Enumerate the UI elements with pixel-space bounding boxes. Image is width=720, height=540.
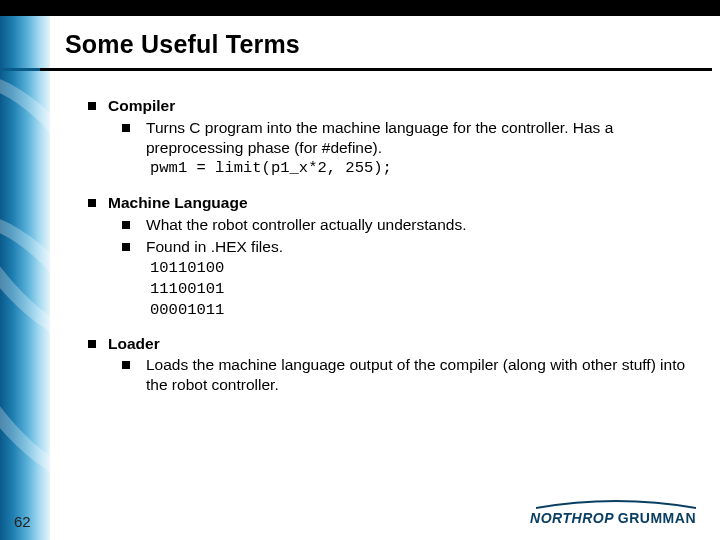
bullet-square-icon — [122, 124, 130, 132]
title-wrap: Some Useful Terms — [65, 30, 700, 59]
term-label: Loader — [108, 334, 160, 354]
term-row: Compiler — [88, 96, 690, 116]
slide: Some Useful Terms Compiler Turns C progr… — [0, 0, 720, 540]
sub-bullet: Loads the machine language output of the… — [122, 355, 690, 395]
term-row: Loader — [88, 334, 690, 354]
term-row: Machine Language — [88, 193, 690, 213]
code-line: pwm1 = limit(p1_x*2, 255); — [150, 159, 690, 179]
bullet-loader: Loader Loads the machine language output… — [88, 334, 690, 395]
bullet-square-icon — [122, 243, 130, 251]
brand-logo: NORTHROP GRUMMAN — [530, 498, 696, 526]
slide-body: Compiler Turns C program into the machin… — [88, 96, 690, 409]
bullet-square-icon — [88, 340, 96, 348]
sub-text: What the robot controller actually under… — [146, 215, 690, 235]
underline-accent — [0, 68, 40, 71]
bullet-square-icon — [88, 199, 96, 207]
title-underline — [40, 68, 712, 71]
sub-bullet: Turns C program into the machine languag… — [122, 118, 690, 158]
slide-title: Some Useful Terms — [65, 30, 700, 59]
brand-swoosh-icon — [536, 498, 696, 510]
left-gradient-strip — [0, 16, 50, 540]
bullet-square-icon — [122, 221, 130, 229]
sub-text: Found in .HEX files. — [146, 237, 690, 257]
term-label: Machine Language — [108, 193, 248, 213]
code-line: 11100101 — [150, 280, 690, 299]
page-number: 62 — [14, 513, 31, 530]
bullet-square-icon — [122, 361, 130, 369]
term-label: Compiler — [108, 96, 175, 116]
bullet-compiler: Compiler Turns C program into the machin… — [88, 96, 690, 179]
sub-bullet: What the robot controller actually under… — [122, 215, 690, 235]
sub-bullet: Found in .HEX files. — [122, 237, 690, 257]
brand-part1: NORTHROP — [530, 510, 618, 526]
sub-text: Turns C program into the machine languag… — [146, 118, 690, 158]
brand-part2: GRUMMAN — [618, 510, 696, 526]
code-line: 00001011 — [150, 301, 690, 320]
code-line: 10110100 — [150, 259, 690, 278]
brand-name: NORTHROP GRUMMAN — [530, 510, 696, 526]
bullet-machine-language: Machine Language What the robot controll… — [88, 193, 690, 319]
sub-text: Loads the machine language output of the… — [146, 355, 690, 395]
top-black-bar — [0, 0, 720, 16]
bullet-square-icon — [88, 102, 96, 110]
